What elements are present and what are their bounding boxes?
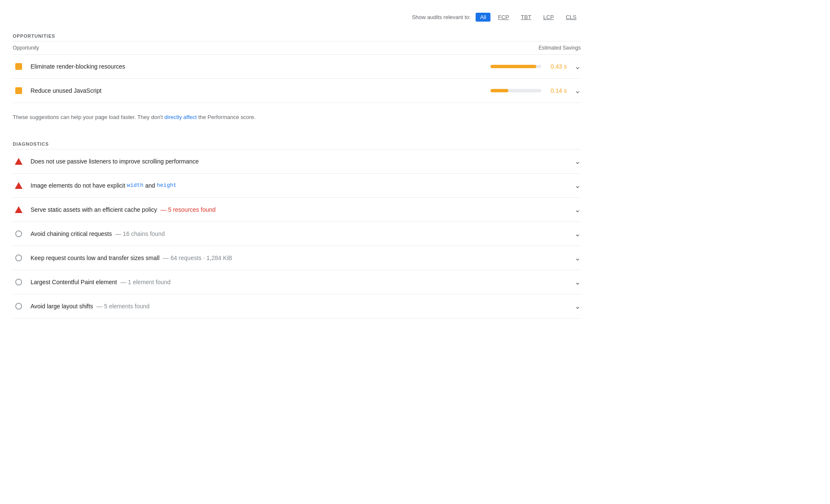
diagnostic-request-counts[interactable]: Keep request counts low and transfer siz… <box>13 246 581 270</box>
gray-circle-icon-3 <box>13 276 25 288</box>
savings-bar-container <box>490 65 541 68</box>
diagnostic-passive-listeners[interactable]: Does not use passive listeners to improv… <box>13 150 581 174</box>
diagnostic-cache-policy-label: Serve static assets with an efficient ca… <box>31 206 571 213</box>
opportunity-unused-js-label: Reduce unused JavaScript <box>31 87 490 94</box>
diagnostic-lcp-element-label: Largest Contentful Paint element — 1 ele… <box>31 279 571 285</box>
chevron-down-icon-7: ⌄ <box>574 253 581 263</box>
column-savings: Estimated Savings <box>539 45 581 51</box>
red-triangle-icon-2 <box>13 180 25 191</box>
chaining-requests-detail: — 16 chains found <box>115 230 165 237</box>
column-headers: Opportunity Estimated Savings <box>13 42 581 55</box>
width-code: width <box>127 182 143 188</box>
savings-bar-2 <box>490 89 508 92</box>
red-triangle-icon-3 <box>13 204 25 216</box>
savings-bar-container-2 <box>490 89 541 92</box>
opportunity-unused-js[interactable]: Reduce unused JavaScript 0.14 s ⌄ <box>13 79 581 103</box>
height-code: height <box>157 182 177 188</box>
filter-lcp-button[interactable]: LCP <box>539 13 558 22</box>
diagnostic-request-counts-label: Keep request counts low and transfer siz… <box>31 255 571 261</box>
opportunity-unused-js-savings: 0.14 s <box>490 87 567 94</box>
diagnostic-lcp-element[interactable]: Largest Contentful Paint element — 1 ele… <box>13 270 581 294</box>
opportunities-section-title: OPPORTUNITIES <box>13 30 581 42</box>
chevron-down-icon-5: ⌄ <box>574 205 581 214</box>
cache-policy-detail: — 5 resources found <box>161 206 216 213</box>
red-triangle-icon-1 <box>13 155 25 167</box>
layout-shifts-detail: — 5 elements found <box>97 303 150 310</box>
diagnostic-passive-listeners-label: Does not use passive listeners to improv… <box>31 158 571 165</box>
lcp-element-detail: — 1 element found <box>120 279 170 285</box>
diagnostic-cache-policy[interactable]: Serve static assets with an efficient ca… <box>13 198 581 222</box>
request-counts-detail: — 64 requests · 1,284 KiB <box>163 255 232 261</box>
filter-tbt-button[interactable]: TBT <box>517 13 536 22</box>
diagnostic-chaining-requests-label: Avoid chaining critical requests — 16 ch… <box>31 230 571 237</box>
chevron-down-icon: ⌄ <box>574 62 581 71</box>
chevron-down-icon-3: ⌄ <box>574 157 581 166</box>
directly-affect-link[interactable]: directly affect <box>164 114 197 120</box>
gray-circle-icon-1 <box>13 228 25 240</box>
filter-all-button[interactable]: All <box>476 13 490 22</box>
diagnostic-layout-shifts-label: Avoid large layout shifts — 5 elements f… <box>31 303 571 310</box>
orange-square-icon-2 <box>13 85 25 97</box>
gray-circle-icon-4 <box>13 300 25 312</box>
filter-fcp-button[interactable]: FCP <box>494 13 513 22</box>
diagnostic-image-dimensions[interactable]: Image elements do not have explicit widt… <box>13 174 581 198</box>
chevron-down-icon-6: ⌄ <box>574 229 581 238</box>
filter-cls-button[interactable]: CLS <box>562 13 581 22</box>
opportunity-render-blocking[interactable]: Eliminate render-blocking resources 0.43… <box>13 55 581 79</box>
filter-bar: Show audits relevant to: All FCP TBT LCP… <box>13 8 581 30</box>
diagnostic-layout-shifts[interactable]: Avoid large layout shifts — 5 elements f… <box>13 294 581 318</box>
diagnostic-chaining-requests[interactable]: Avoid chaining critical requests — 16 ch… <box>13 222 581 246</box>
chevron-down-icon-2: ⌄ <box>574 86 581 95</box>
chevron-down-icon-4: ⌄ <box>574 181 581 190</box>
savings-bar <box>490 65 536 68</box>
orange-square-icon <box>13 61 25 72</box>
chevron-down-icon-8: ⌄ <box>574 277 581 287</box>
diagnostic-image-dimensions-label: Image elements do not have explicit widt… <box>31 182 571 189</box>
chevron-down-icon-9: ⌄ <box>574 302 581 311</box>
opportunity-render-blocking-savings: 0.43 s <box>490 63 567 70</box>
filter-label: Show audits relevant to: <box>412 14 471 20</box>
opportunity-render-blocking-label: Eliminate render-blocking resources <box>31 63 490 70</box>
column-opportunity: Opportunity <box>13 45 39 51</box>
savings-value: 0.43 s <box>546 63 567 70</box>
suggestions-note: These suggestions can help your page loa… <box>13 103 581 125</box>
savings-value-2: 0.14 s <box>546 87 567 94</box>
diagnostics-section-title: DIAGNOSTICS <box>13 138 581 150</box>
gray-circle-icon-2 <box>13 252 25 264</box>
